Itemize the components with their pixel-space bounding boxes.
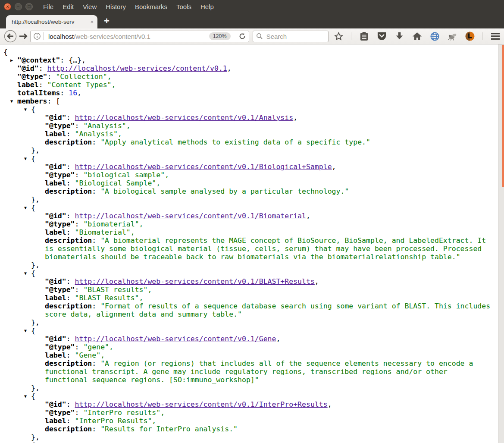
json-id-row: "@id": http://localhost/web-services/con… — [0, 113, 493, 122]
extension-addon-button[interactable] — [447, 31, 457, 41]
json-punctuation: : — [92, 425, 100, 433]
json-member-close: }, — [0, 195, 493, 204]
json-member-open: ▼{ — [0, 154, 493, 163]
active-tab[interactable]: http://localhost/web-serv × — [6, 15, 97, 28]
collapse-open-icon[interactable]: ▼ — [10, 97, 17, 105]
json-type-row: "@type": "Analysis", — [0, 122, 493, 130]
collapse-open-icon[interactable]: ▼ — [24, 327, 31, 335]
url-bar[interactable]: localhost/web-services/content/v0.1 120% — [30, 31, 249, 42]
collapse-open-icon[interactable]: ▼ — [24, 392, 31, 400]
collapse-open-icon[interactable]: ▼ — [24, 154, 31, 163]
json-description-row: description: "A biomaterial represents t… — [0, 236, 493, 261]
json-punctuation: , — [227, 64, 232, 72]
json-member-close: }, — [0, 146, 493, 154]
zoom-level-badge[interactable]: 120% — [209, 32, 231, 40]
json-punctuation: { — [31, 154, 35, 163]
tab-close-button[interactable]: × — [90, 19, 94, 25]
json-string: "Analysis", — [83, 122, 130, 130]
json-punctuation: { — [31, 392, 35, 400]
collapse-closed-icon[interactable]: ▶ — [10, 56, 17, 64]
json-id-row: "@id": http://localhost/web-services/con… — [0, 64, 493, 72]
json-punctuation: }, — [31, 318, 40, 327]
menu-edit[interactable]: Edit — [63, 3, 74, 10]
json-key: label — [45, 130, 66, 138]
json-punctuation: : — [47, 72, 56, 81]
bookmark-star-button[interactable] — [333, 31, 344, 41]
json-type-row: "@type": "InterPro results", — [0, 408, 493, 417]
json-punctuation: : — [66, 179, 75, 187]
json-context-row: ▶"@context": {…}, — [0, 56, 493, 64]
reload-icon — [238, 32, 246, 40]
json-id-link[interactable]: http://localhost/web-services/content/v0… — [75, 335, 276, 343]
json-type-row: "@type": "biomaterial", — [0, 220, 493, 228]
json-punctuation: : — [92, 236, 100, 245]
json-punctuation: : — [92, 138, 100, 146]
menu-button[interactable] — [490, 31, 501, 41]
bookmarks-menu-button[interactable] — [359, 31, 369, 41]
menu-history[interactable]: History — [106, 3, 126, 10]
json-collapsed-object[interactable]: {…}, — [69, 56, 86, 64]
json-key: "@id" — [45, 335, 66, 343]
url-input[interactable]: localhost/web-services/content/v0.1 — [48, 33, 209, 40]
vertical-scrollbar[interactable] — [498, 44, 504, 443]
json-key: totalItems — [17, 89, 60, 97]
json-string: "A biological sample analysed by a parti… — [100, 187, 349, 195]
json-key: "@context" — [17, 56, 60, 64]
page-info-icon[interactable] — [33, 32, 41, 40]
window-close-button[interactable]: × — [4, 3, 11, 10]
json-punctuation: : — [66, 130, 75, 138]
collapse-open-icon[interactable]: ▼ — [24, 269, 31, 277]
json-member-open: ▼{ — [0, 441, 493, 443]
downloads-button[interactable] — [394, 31, 404, 41]
search-input[interactable] — [266, 32, 325, 41]
json-label-row: label: "Analysis", — [0, 130, 493, 138]
home-button[interactable] — [412, 31, 422, 41]
back-button[interactable] — [3, 29, 17, 43]
new-tab-button[interactable]: + — [104, 16, 110, 26]
json-punctuation: , — [293, 113, 297, 122]
json-string: "InterPro results", — [83, 408, 165, 417]
reload-button[interactable] — [238, 32, 246, 40]
json-punctuation: , — [328, 400, 332, 408]
json-id-link[interactable]: http://localhost/web-services/content/v0… — [75, 163, 332, 171]
window-minimize-button[interactable]: − — [15, 3, 22, 10]
json-type-row: "@type": "gene", — [0, 343, 493, 351]
json-punctuation: , — [77, 89, 81, 97]
json-punctuation: : — [60, 89, 69, 97]
scrollbar-thumb[interactable] — [502, 45, 504, 187]
collapse-open-icon[interactable]: ▼ — [24, 105, 31, 113]
pocket-button[interactable] — [376, 31, 387, 41]
menu-bar: File Edit View History Bookmarks Tools H… — [43, 3, 214, 10]
menu-view[interactable]: View — [83, 3, 97, 10]
json-key: label — [45, 294, 66, 302]
json-punctuation: : — [66, 400, 75, 408]
json-member-close: }, — [0, 433, 493, 441]
json-id-link[interactable]: http://localhost/web-services/content/v0… — [75, 400, 328, 408]
collapse-open-icon[interactable]: ▼ — [24, 204, 31, 212]
json-id-link[interactable]: http://localhost/web-services/content/v0… — [75, 212, 306, 220]
json-key: description — [45, 359, 92, 368]
json-id-link[interactable]: http://localhost/web-services/content/v0… — [75, 277, 315, 286]
collapse-open-icon[interactable]: ▼ — [24, 441, 31, 443]
window-maximize-button[interactable]: □ — [25, 3, 33, 10]
globe-addon-button[interactable] — [429, 31, 440, 41]
json-id-link[interactable]: http://localhost/web-services/content/v0… — [47, 64, 227, 72]
menu-file[interactable]: File — [43, 3, 53, 10]
url-host: localhost — [48, 33, 74, 40]
json-id-link[interactable]: http://localhost/web-services/content/v0… — [75, 113, 294, 122]
json-key: "@id" — [45, 277, 66, 286]
json-key: label — [45, 228, 66, 236]
json-total-row: totalItems: 16, — [0, 89, 493, 97]
json-punctuation: : — [47, 97, 56, 105]
lightbeam-addon-button[interactable] — [465, 31, 475, 41]
menu-tools[interactable]: Tools — [176, 3, 191, 10]
json-punctuation: , — [306, 212, 310, 220]
json-string: "A region (or regions) that includes all… — [45, 359, 477, 384]
menu-help[interactable]: Help — [200, 3, 214, 10]
json-label-row: label: "Biological Sample", — [0, 179, 493, 187]
json-key: "@type" — [45, 286, 75, 294]
search-bar[interactable] — [253, 31, 329, 42]
forward-button[interactable] — [18, 31, 28, 41]
pocket-icon — [377, 31, 387, 41]
menu-bookmarks[interactable]: Bookmarks — [135, 3, 167, 10]
